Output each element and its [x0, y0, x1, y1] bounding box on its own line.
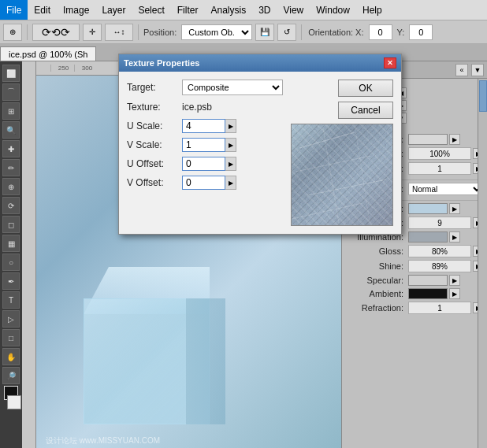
u-scale-input[interactable] [182, 119, 225, 133]
toolbar-tool-btn-1[interactable]: ⊕ [3, 24, 22, 41]
tool-gradient[interactable]: ▦ [2, 235, 20, 252]
tool-eyedrop[interactable]: 🔍 [2, 121, 20, 139]
diffuse-color[interactable] [408, 134, 448, 145]
dialog-right: OK Cancel [291, 80, 393, 226]
menu-view[interactable]: View [277, 0, 310, 20]
diffuse-btn[interactable]: ▶ [449, 134, 460, 145]
orientation-label: Orientation: X: [308, 28, 363, 37]
watermark: 设计论坛 www.MISSYUAN.COM [46, 435, 160, 446]
tool-path[interactable]: ▷ [2, 310, 20, 328]
refraction-row: Refraction: 1 ▶ [345, 302, 484, 314]
specular-color[interactable] [408, 275, 448, 286]
cancel-button[interactable]: Cancel [338, 102, 393, 119]
tool-pen[interactable]: ✒ [2, 272, 20, 290]
v-scale-label: V Scale: [127, 139, 182, 150]
menu-help[interactable]: Help [356, 0, 388, 20]
menu-filter[interactable]: Filter [171, 0, 205, 20]
toolbar-scale-btn[interactable]: ↔↕ [105, 24, 133, 41]
toolbar-move-btn[interactable]: ✛ [83, 24, 102, 41]
ruler-left [22, 61, 36, 448]
environment-color[interactable] [408, 203, 448, 214]
toolbar: ⊕ ⟳⟲⟳ ✛ ↔↕ Position: Custom Ob... 💾 ↺ Or… [0, 20, 487, 44]
position-label: Position: [143, 28, 177, 37]
tool-brush[interactable]: ✏ [2, 159, 20, 176]
svg-line-3 [296, 156, 370, 172]
tool-heal[interactable]: ✚ [2, 140, 20, 157]
tool-eraser[interactable]: ◻ [2, 216, 20, 233]
svg-line-7 [355, 124, 370, 226]
menu-edit[interactable]: Edit [28, 0, 57, 20]
menu-3d[interactable]: 3D [252, 0, 277, 20]
position-dropdown[interactable]: Custom Ob... [181, 24, 252, 40]
toolbar-save-btn[interactable]: 💾 [255, 24, 274, 41]
illumination-btn[interactable]: ▶ [449, 231, 460, 243]
illumination-color[interactable] [408, 231, 448, 243]
svg-line-5 [292, 203, 362, 219]
tool-dodge[interactable]: ○ [2, 254, 20, 271]
ice-cube [68, 251, 225, 424]
ambient-color[interactable] [408, 288, 448, 299]
target-row: Target: Composite [127, 80, 283, 95]
dialog-close-button[interactable]: ✕ [384, 57, 396, 68]
refraction-label: Refraction: [345, 303, 408, 313]
svg-line-6 [323, 128, 339, 223]
dialog-body: Target: Composite Texture: ice.psb U Sca… [119, 72, 401, 234]
v-scale-arrow[interactable]: ▶ [225, 138, 236, 152]
ok-button[interactable]: OK [338, 80, 393, 97]
menu-layer[interactable]: Layer [95, 0, 132, 20]
v-offset-arrow[interactable]: ▶ [225, 176, 236, 190]
shine-value: 89% [408, 260, 471, 272]
tool-hand[interactable]: ✋ [2, 348, 20, 365]
normal-select[interactable]: Normal [408, 183, 484, 195]
u-offset-arrow[interactable]: ▶ [225, 157, 236, 171]
menu-image[interactable]: Image [57, 0, 95, 20]
ambient-btn[interactable]: ▶ [449, 288, 460, 299]
texture-preview [291, 124, 393, 226]
dialog-title: Texture Properties [124, 58, 199, 68]
environment-btn[interactable]: ▶ [449, 203, 460, 214]
tool-marquee[interactable]: ⬜ [2, 65, 20, 82]
right-scrollbar[interactable] [478, 79, 487, 448]
texture-row: Texture: ice.psb [127, 102, 283, 113]
tool-type[interactable]: T [2, 291, 20, 309]
scroll-thumb[interactable] [479, 80, 487, 112]
tool-shape[interactable]: □ [2, 329, 20, 346]
y-input[interactable] [409, 24, 433, 40]
refraction-value: 1 [408, 302, 471, 314]
gloss-label: Gloss: [345, 246, 408, 256]
toolbar-sep-2 [138, 24, 139, 40]
texture-label: Texture: [127, 102, 182, 113]
dialog-titlebar: Texture Properties ✕ [119, 54, 401, 72]
panel-collapse-btn[interactable]: « [455, 64, 468, 76]
v-offset-input[interactable] [182, 176, 225, 190]
x-input[interactable] [369, 24, 392, 40]
panel-menu-btn[interactable]: ▼ [471, 64, 484, 76]
menu-window[interactable]: Window [310, 0, 356, 20]
toolbar-sep-3 [301, 24, 302, 40]
specular-btn[interactable]: ▶ [449, 275, 460, 286]
tool-zoom[interactable]: 🔎 [2, 367, 20, 384]
toolbar-refresh-btn[interactable]: ↺ [277, 24, 296, 41]
specular-label: Specular: [345, 276, 408, 285]
u-scale-label: U Scale: [127, 120, 182, 131]
menu-analysis[interactable]: Analysis [204, 0, 252, 20]
specular-row: Specular: ▶ [345, 275, 484, 286]
target-select[interactable]: Composite [182, 80, 283, 95]
tool-crop[interactable]: ⊞ [2, 102, 20, 120]
toolbar-rotate-btn[interactable]: ⟳⟲⟳ [32, 24, 80, 41]
tool-lasso[interactable]: ⌒ [2, 83, 20, 101]
tool-clone[interactable]: ⊕ [2, 178, 20, 195]
ruler-mark-300: 300 [74, 65, 98, 72]
v-scale-input[interactable] [182, 138, 225, 152]
tab-ice[interactable]: ice.psd @ 100% (Sh [0, 46, 96, 61]
tool-history[interactable]: ⟳ [2, 197, 20, 214]
menu-file[interactable]: File [0, 0, 28, 20]
menu-select[interactable]: Select [132, 0, 170, 20]
svg-line-2 [299, 132, 355, 148]
bump-value: 1 [408, 162, 471, 175]
v-scale-row: V Scale: ▶ [127, 138, 283, 152]
svg-line-4 [307, 180, 386, 195]
u-offset-input[interactable] [182, 157, 225, 171]
tool-bg-color[interactable] [7, 395, 21, 409]
u-scale-arrow[interactable]: ▶ [225, 119, 236, 133]
